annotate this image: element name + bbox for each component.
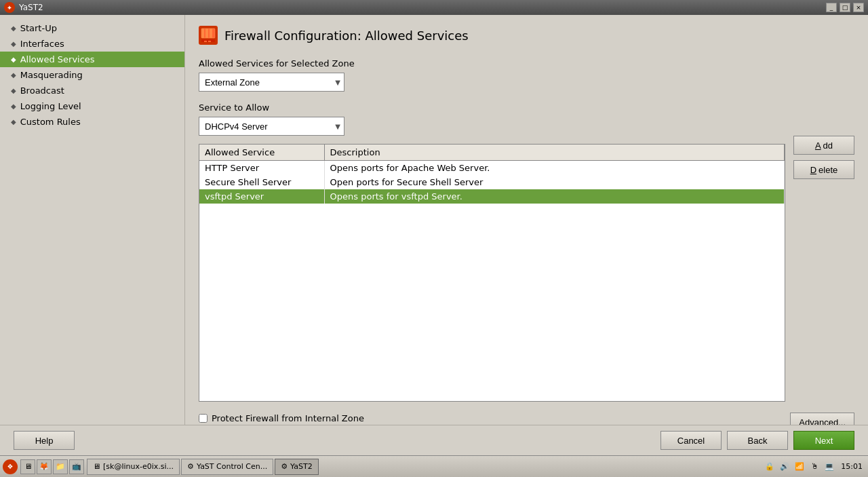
cancel-button[interactable]: Cancel	[660, 431, 722, 450]
close-button[interactable]: ×	[853, 3, 864, 12]
app-label: YaST Control Cen...	[197, 462, 267, 471]
sidebar-item-interfaces[interactable]: ◆ Interfaces	[0, 36, 184, 52]
minimize-button[interactable]: _	[826, 3, 837, 12]
main-window: ◆ Start-Up ◆ Interfaces ◆ Allowed Servic…	[0, 15, 868, 477]
allowed-services-table-container: Allowed Service Description HTTP Server …	[199, 144, 785, 402]
help-button[interactable]: Help	[14, 431, 75, 450]
taskbar-apps: 🖥 [sk@linux-e0ix.si... ⚙ YaST Control Ce…	[87, 459, 761, 475]
sidebar-item-allowed-services[interactable]: ◆ Allowed Services	[0, 52, 184, 67]
bullet-icon: ◆	[11, 87, 16, 94]
checkbox-advanced-row: Protect Firewall from Internal Zone Adva…	[199, 413, 854, 425]
bullet-icon: ◆	[11, 118, 16, 126]
service-dropdown[interactable]: DHCPv4 Server HTTP Server HTTPS Server F…	[199, 117, 344, 136]
service-section: DHCPv4 Server HTTP Server HTTPS Server F…	[199, 117, 785, 136]
right-buttons: Add Delete	[793, 117, 854, 179]
titlebar: ✦ YaST2 _ □ ×	[0, 0, 868, 15]
svg-rect-7	[208, 41, 211, 42]
table-row-selected[interactable]: vsftpd Server Opens ports for vsftpd Ser…	[199, 189, 785, 204]
app-label: [sk@linux-e0ix.si...	[103, 462, 174, 471]
sidebar-item-custom-rules[interactable]: ◆ Custom Rules	[0, 114, 184, 130]
sidebar-item-masquerading[interactable]: ◆ Masquerading	[0, 67, 184, 83]
taskbar-icon-1[interactable]: 🖥	[20, 459, 35, 474]
service-label: Service to Allow	[199, 102, 854, 113]
bottom-right-buttons: Cancel Back Next	[660, 431, 854, 450]
tray-icon-2[interactable]: 🔊	[778, 461, 791, 473]
sidebar-label: Masquerading	[20, 70, 83, 80]
tray-icon-3[interactable]: 📶	[793, 461, 806, 473]
sidebar-label: Broadcast	[20, 85, 64, 96]
zone-section: Allowed Services for Selected Zone Exter…	[199, 58, 854, 92]
checkbox-section: Protect Firewall from Internal Zone	[199, 413, 364, 423]
svg-rect-2	[201, 28, 204, 38]
window-controls: _ □ ×	[826, 3, 864, 12]
service-name: Secure Shell Server	[199, 175, 324, 189]
bullet-icon: ◆	[11, 24, 16, 32]
sidebar-item-broadcast[interactable]: ◆ Broadcast	[0, 83, 184, 98]
firewall-icon	[199, 26, 218, 45]
bullet-icon: ◆	[11, 102, 16, 110]
service-name: vsftpd Server	[199, 189, 324, 204]
zone-dropdown[interactable]: External Zone Internal Zone DMZ Zone	[199, 73, 344, 92]
checkbox-label: Protect Firewall from Internal Zone	[212, 413, 364, 423]
app-icon: ✦	[4, 2, 15, 13]
bullet-icon: ◆	[11, 40, 16, 47]
content-area: ◆ Start-Up ◆ Interfaces ◆ Allowed Servic…	[0, 15, 868, 425]
protect-firewall-checkbox[interactable]	[199, 414, 208, 423]
svg-rect-6	[204, 41, 207, 42]
service-name: HTTP Server	[199, 161, 324, 176]
service-dropdown-wrapper: DHCPv4 Server HTTP Server HTTPS Server F…	[199, 117, 344, 136]
zone-dropdown-wrapper: External Zone Internal Zone DMZ Zone ▼	[199, 73, 344, 92]
taskbar-app-terminal[interactable]: 🖥 [sk@linux-e0ix.si...	[87, 459, 180, 475]
system-tray: 🔒 🔊 📶 🖱 💻 15:01	[764, 461, 865, 473]
svg-rect-3	[205, 28, 208, 38]
delete-button[interactable]: Delete	[793, 160, 854, 179]
taskbar-icon-3[interactable]: 📁	[53, 459, 68, 474]
start-button[interactable]: ❖	[3, 459, 18, 474]
sidebar-label: Custom Rules	[20, 117, 81, 127]
taskbar-app-yast2[interactable]: ⚙ YaST2	[275, 459, 319, 475]
add-button[interactable]: Add	[793, 136, 854, 155]
app-label: YaST2	[290, 462, 313, 471]
system-clock: 15:01	[838, 462, 865, 471]
sidebar: ◆ Start-Up ◆ Interfaces ◆ Allowed Servic…	[0, 15, 185, 425]
page-title-row: Firewall Configuration: Allowed Services	[199, 26, 854, 45]
taskbar-icon-4[interactable]: 📺	[69, 459, 84, 474]
sidebar-label: Start-Up	[20, 23, 57, 33]
service-desc: Opens ports for vsftpd Server.	[324, 189, 784, 204]
sidebar-item-logging-level[interactable]: ◆ Logging Level	[0, 98, 184, 114]
main-panel: Firewall Configuration: Allowed Services…	[185, 15, 868, 425]
zone-label: Allowed Services for Selected Zone	[199, 58, 854, 69]
col-header-service: Allowed Service	[199, 145, 324, 161]
taskbar-quick-launch: 🖥 🦊 📁 📺	[20, 459, 84, 474]
sidebar-label: Logging Level	[20, 101, 81, 111]
table-section: DHCPv4 Server HTTP Server HTTPS Server F…	[199, 117, 854, 413]
bullet-icon: ◆	[11, 71, 16, 79]
sidebar-item-start-up[interactable]: ◆ Start-Up	[0, 20, 184, 36]
next-button[interactable]: Next	[793, 431, 854, 450]
tray-icon-4[interactable]: 🖱	[808, 461, 821, 473]
sidebar-label: Interfaces	[20, 39, 64, 49]
taskbar-icon-2[interactable]: 🦊	[37, 459, 52, 474]
back-button[interactable]: Back	[727, 431, 788, 450]
taskbar-app-yast-control[interactable]: ⚙ YaST Control Cen...	[181, 459, 273, 475]
page-title: Firewall Configuration: Allowed Services	[224, 28, 469, 43]
advanced-button[interactable]: Advanced...	[790, 413, 854, 425]
table-row[interactable]: Secure Shell Server Open ports for Secur…	[199, 175, 785, 189]
table-row[interactable]: HTTP Server Opens ports for Apache Web S…	[199, 161, 785, 176]
bottom-bar: Help Cancel Back Next	[0, 425, 868, 455]
tray-icon-1[interactable]: 🔒	[764, 461, 776, 473]
window-title: YaST2	[19, 3, 43, 12]
service-desc: Opens ports for Apache Web Server.	[324, 161, 784, 176]
taskbar: ❖ 🖥 🦊 📁 📺 🖥 [sk@linux-e0ix.si... ⚙ YaST …	[0, 455, 868, 477]
tray-icon-5[interactable]: 💻	[823, 461, 835, 473]
left-panel: DHCPv4 Server HTTP Server HTTPS Server F…	[199, 117, 785, 413]
maximize-button[interactable]: □	[840, 3, 850, 12]
service-desc: Open ports for Secure Shell Server	[324, 175, 784, 189]
col-header-description: Description	[324, 145, 784, 161]
bullet-icon: ◆	[11, 56, 16, 63]
allowed-services-table: Allowed Service Description HTTP Server …	[199, 145, 785, 204]
sidebar-label: Allowed Services	[20, 54, 95, 64]
svg-rect-4	[210, 28, 212, 38]
